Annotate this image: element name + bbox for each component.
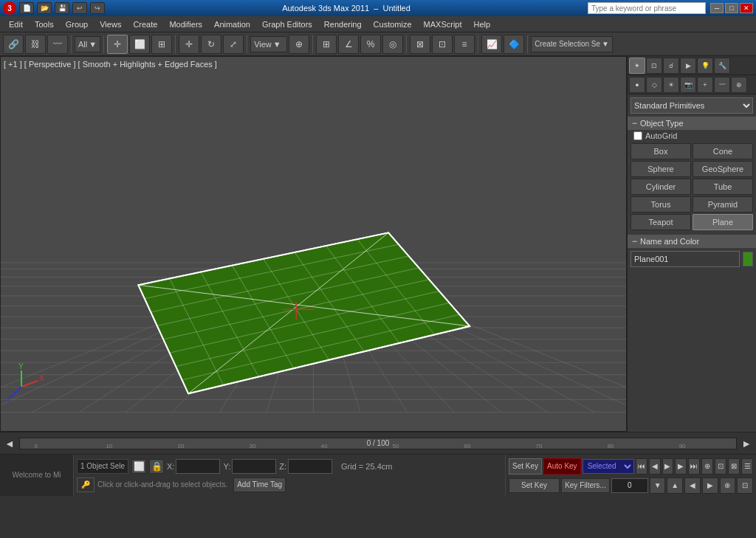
rp-icon-geometry[interactable]: ● [629,77,645,93]
sphere-btn[interactable]: Sphere [630,161,691,177]
key-icon-btn[interactable]: 🔑 [77,477,94,492]
play-btn[interactable]: ▶ [662,458,674,475]
menu-modifiers[interactable]: Modifiers [163,18,208,30]
set-key-bottom-btn[interactable]: Set Key [509,478,560,493]
move-btn[interactable]: ✛ [179,35,199,54]
pivot-btn[interactable]: ⊕ [289,35,309,54]
menu-customize[interactable]: Customize [368,18,418,30]
rp-icon-helpers[interactable]: + [697,77,713,93]
filter-dropdown[interactable]: All ▼ [75,36,100,52]
prev-frame-btn[interactable]: ◀ [649,458,661,475]
status-icon2[interactable]: 🔒 [149,459,164,474]
menu-group[interactable]: Group [60,18,94,30]
minimize-button[interactable]: ─ [710,3,724,13]
save-btn[interactable]: 💾 [55,2,69,14]
menu-edit[interactable]: Edit [3,18,29,30]
mirror-btn[interactable]: ⊠ [410,35,430,54]
menu-animation[interactable]: Animation [208,18,256,30]
rp-primitive-dropdown[interactable]: Standard Primitives Extended Primitives … [630,97,753,114]
search-input[interactable] [591,4,702,13]
bind-spacewarp-btn[interactable]: 〰 [47,35,68,54]
spinner-snap-btn[interactable]: ◎ [382,35,403,54]
viewport-canvas[interactable] [1,57,626,431]
rp-icon-lights[interactable]: ☀ [663,77,679,93]
menu-views[interactable]: Views [94,18,127,30]
rp-tab-motion[interactable]: ▶ [680,58,696,74]
new-btn[interactable]: 📄 [19,2,34,14]
rp-icon-shapes[interactable]: ◇ [646,77,662,93]
menu-graph-editors[interactable]: Graph Editors [256,18,318,30]
name-color-header[interactable]: − Name and Color [628,235,756,248]
angle-snap-btn[interactable]: ∠ [338,35,359,54]
set-key-btn[interactable]: Set Key [509,458,542,475]
object-name-input[interactable] [630,251,740,267]
rp-icon-spacewarps[interactable]: 〰 [714,77,730,93]
menu-help[interactable]: Help [468,18,497,30]
window-crossing-btn[interactable]: ⊞ [151,35,172,54]
timeline-right-arrow[interactable]: ► [740,436,753,451]
redo-btn[interactable]: ↪ [90,2,105,14]
rp-tab-utilities[interactable]: 🔧 [714,58,730,74]
object-type-header[interactable]: − Object Type [628,117,756,130]
plane-btn[interactable]: Plane [693,214,753,230]
object-color-swatch[interactable] [743,252,753,266]
auto-key-btn[interactable]: Auto Key [543,458,581,475]
timeline-bar[interactable]: 0 / 100 0 10 20 30 40 50 60 70 80 90 [19,438,737,449]
cone-btn[interactable]: Cone [693,143,753,159]
layer-btn[interactable]: ≡ [454,35,475,54]
undo-btn[interactable]: ↩ [72,2,87,14]
coord-y-input[interactable] [232,459,276,474]
search-bar[interactable] [588,2,706,14]
cylinder-btn[interactable]: Cylinder [630,179,691,195]
percent-snap-btn[interactable]: % [360,35,381,54]
anim-extra4[interactable]: ☰ [741,458,753,475]
menu-maxscript[interactable]: MAXScript [418,18,468,30]
select-region-btn[interactable]: ⬜ [129,35,150,54]
menu-tools[interactable]: Tools [29,18,60,30]
box-btn[interactable]: Box [630,143,691,159]
more-btn4[interactable]: ⊡ [737,477,753,494]
close-button[interactable]: ✕ [740,3,753,13]
reference-coord-dropdown[interactable]: View ▼ [250,36,287,52]
next-frame-btn[interactable]: ▶ [675,458,687,475]
align-btn[interactable]: ⊡ [432,35,453,54]
unlink-btn[interactable]: ⛓ [25,35,46,54]
torus-btn[interactable]: Torus [630,196,691,213]
frame-up-btn[interactable]: ▲ [667,477,683,494]
tube-btn[interactable]: Tube [693,179,753,195]
select-link-btn[interactable]: 🔗 [3,35,24,54]
snap-toggle-btn[interactable]: ⊞ [316,35,337,54]
more-btn1[interactable]: ◀ [684,477,701,494]
rp-tab-create[interactable]: ✦ [629,58,645,74]
rp-icon-systems[interactable]: ⊕ [731,77,747,93]
status-icon1[interactable]: ⬜ [131,459,146,474]
create-selection-btn[interactable]: Create Selection Se ▼ [531,36,613,52]
teapot-btn[interactable]: Teapot [630,214,691,230]
geosphere-btn[interactable]: GeoSphere [693,161,753,177]
rp-tab-display[interactable]: 💡 [697,58,713,74]
schematic-view-btn[interactable]: 🔷 [504,35,524,54]
pyramid-btn[interactable]: Pyramid [693,196,753,213]
restore-button[interactable]: □ [725,3,738,13]
menu-create[interactable]: Create [127,18,163,30]
go-to-end-btn[interactable]: ⏭ [688,458,700,475]
rp-tab-hierarchy[interactable]: ☌ [663,58,679,74]
scale-btn[interactable]: ⤢ [223,35,244,54]
coord-z-input[interactable] [288,459,332,474]
menu-rendering[interactable]: Rendering [318,18,368,30]
rotate-btn[interactable]: ↻ [201,35,221,54]
selected-dropdown[interactable]: Selected [583,459,634,474]
select-btn[interactable]: ✛ [107,35,128,54]
rp-tab-modify[interactable]: ⊡ [646,58,662,74]
add-time-tag-btn[interactable]: Add Time Tag [233,477,286,492]
anim-extra1[interactable]: ⊕ [701,458,713,475]
coord-x-input[interactable] [176,459,220,474]
open-btn[interactable]: 📂 [37,2,52,14]
curve-editor-btn[interactable]: 📈 [481,35,502,54]
rp-icon-cameras[interactable]: 📷 [680,77,696,93]
key-filters-btn[interactable]: Key Filters... [561,478,610,493]
frame-down-btn[interactable]: ▼ [650,477,666,494]
autogrid-checkbox[interactable] [633,131,642,140]
anim-extra2[interactable]: ⊡ [715,458,726,475]
viewport[interactable]: [ +1 ] [ Perspective ] [ Smooth + Highli… [0,56,627,432]
